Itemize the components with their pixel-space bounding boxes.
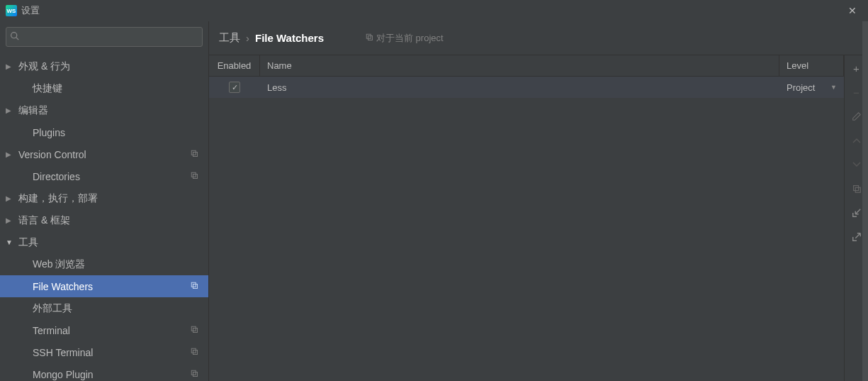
sidebar-item-label: 外部工具 <box>33 302 203 315</box>
svg-rect-6 <box>191 282 196 287</box>
project-scope-icon <box>190 325 203 336</box>
sidebar-item-9[interactable]: Web 浏览器 <box>0 253 208 275</box>
svg-rect-16 <box>853 186 858 191</box>
chevron-right-icon[interactable]: ▶ <box>6 150 17 158</box>
sidebar-item-label: Plugins <box>33 127 203 138</box>
sidebar: ▶外观 & 行为快捷键▶编辑器Plugins▶Version ControlDi… <box>0 21 209 381</box>
sidebar-item-4[interactable]: ▶Version Control <box>0 143 208 165</box>
sidebar-item-6[interactable]: ▶构建，执行，部署 <box>0 187 208 209</box>
svg-rect-7 <box>193 285 198 289</box>
chevron-right-icon[interactable]: ▶ <box>6 106 17 114</box>
breadcrumb-separator: › <box>246 32 249 44</box>
search-icon <box>10 31 19 43</box>
scope-label: 对于当前 project <box>365 32 444 45</box>
sidebar-item-label: 构建，执行，部署 <box>17 192 203 205</box>
sidebar-item-label: Version Control <box>17 149 190 160</box>
project-scope-icon <box>190 369 203 380</box>
sidebar-item-0[interactable]: ▶外观 & 行为 <box>0 55 208 77</box>
table-header: Enabled Name Level <box>209 55 844 77</box>
column-enabled[interactable]: Enabled <box>209 55 260 76</box>
table-row[interactable]: ✓ Less Project ▼ <box>209 77 844 98</box>
sidebar-item-label: 语言 & 框架 <box>17 214 203 227</box>
svg-rect-13 <box>193 372 198 377</box>
svg-rect-3 <box>193 153 198 157</box>
sidebar-item-5[interactable]: Directories <box>0 165 208 187</box>
svg-rect-17 <box>855 187 860 192</box>
content-panel: 工具 › File Watchers 对于当前 project Enabled … <box>209 21 868 381</box>
chevron-down-icon[interactable]: ▼ <box>6 238 17 246</box>
breadcrumb: 工具 › File Watchers 对于当前 project <box>209 21 868 55</box>
chevron-down-icon: ▼ <box>830 84 837 91</box>
svg-rect-4 <box>191 172 196 177</box>
sidebar-item-12[interactable]: Terminal <box>0 319 208 341</box>
row-level-select[interactable]: Project ▼ <box>779 77 844 98</box>
scrollbar[interactable] <box>862 21 868 381</box>
sidebar-item-13[interactable]: SSH Terminal <box>0 341 208 363</box>
close-button[interactable]: ✕ <box>842 2 862 19</box>
svg-rect-10 <box>191 348 196 353</box>
sidebar-item-8[interactable]: ▼工具 <box>0 231 208 253</box>
svg-rect-5 <box>193 175 198 179</box>
sidebar-item-label: Directories <box>33 171 190 182</box>
svg-rect-14 <box>366 34 371 38</box>
row-name: Less <box>260 77 779 98</box>
chevron-right-icon[interactable]: ▶ <box>6 194 17 202</box>
titlebar: WS 设置 ✕ <box>0 0 868 21</box>
chevron-right-icon[interactable]: ▶ <box>6 216 17 224</box>
sidebar-item-3[interactable]: Plugins <box>0 121 208 143</box>
sidebar-item-14[interactable]: Mongo Plugin <box>0 363 208 381</box>
svg-rect-12 <box>191 370 196 375</box>
chevron-right-icon[interactable]: ▶ <box>6 62 17 70</box>
svg-rect-15 <box>368 36 372 40</box>
breadcrumb-current: File Watchers <box>255 32 324 44</box>
sidebar-item-11[interactable]: 外部工具 <box>0 297 208 319</box>
sidebar-item-10[interactable]: File Watchers <box>0 275 208 297</box>
sidebar-item-label: 快捷键 <box>33 82 203 95</box>
column-name[interactable]: Name <box>260 55 779 76</box>
settings-tree: ▶外观 & 行为快捷键▶编辑器Plugins▶Version ControlDi… <box>0 53 208 381</box>
sidebar-item-label: Terminal <box>33 325 190 336</box>
sidebar-item-label: File Watchers <box>33 281 190 292</box>
app-icon: WS <box>6 5 17 16</box>
svg-rect-2 <box>191 150 196 155</box>
sidebar-item-label: 工具 <box>17 236 203 249</box>
project-scope-icon <box>190 347 203 358</box>
sidebar-item-label: 外观 & 行为 <box>17 60 203 73</box>
column-level[interactable]: Level <box>779 55 844 76</box>
copy-icon <box>365 33 373 43</box>
svg-rect-8 <box>191 326 196 331</box>
sidebar-item-label: Web 浏览器 <box>33 258 203 271</box>
project-scope-icon <box>190 149 203 160</box>
svg-point-0 <box>11 33 17 38</box>
sidebar-item-label: Mongo Plugin <box>33 369 190 380</box>
svg-rect-11 <box>193 350 198 355</box>
sidebar-item-label: 编辑器 <box>17 104 203 117</box>
svg-rect-9 <box>193 328 198 333</box>
sidebar-item-7[interactable]: ▶语言 & 框架 <box>0 209 208 231</box>
table-body: ✓ Less Project ▼ <box>209 77 844 381</box>
sidebar-item-label: SSH Terminal <box>33 347 190 358</box>
sidebar-item-2[interactable]: ▶编辑器 <box>0 99 208 121</box>
search-input[interactable] <box>6 27 203 47</box>
project-scope-icon <box>190 281 203 292</box>
project-scope-icon <box>190 171 203 182</box>
enabled-checkbox[interactable]: ✓ <box>229 82 240 93</box>
breadcrumb-parent[interactable]: 工具 <box>219 31 240 45</box>
window-title: 设置 <box>21 4 40 17</box>
sidebar-item-1[interactable]: 快捷键 <box>0 77 208 99</box>
svg-line-1 <box>16 38 18 40</box>
